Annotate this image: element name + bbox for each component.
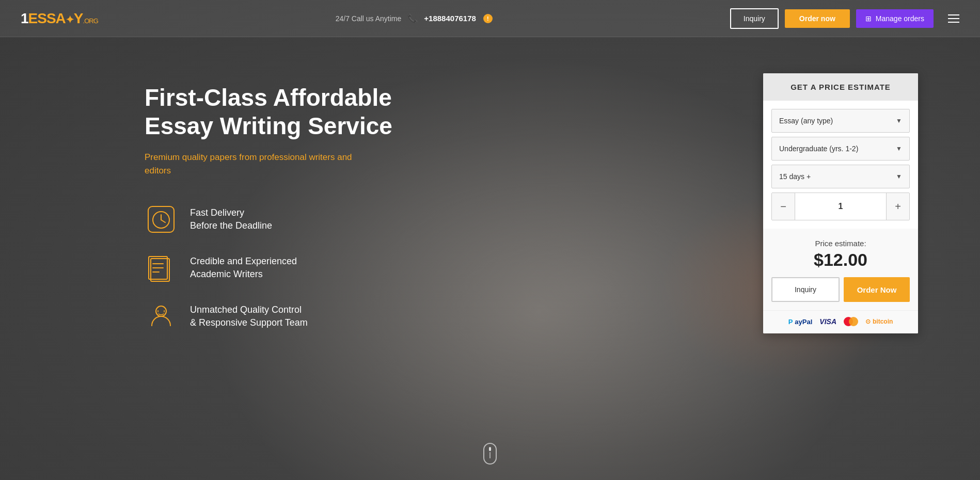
order-now-button[interactable]: Order now xyxy=(785,9,850,28)
price-estimate-label: Price estimate: xyxy=(771,239,910,248)
feature-line1: Credible and Experienced xyxy=(190,255,297,268)
manage-orders-label: Manage orders xyxy=(876,14,924,23)
mastercard-logo xyxy=(844,317,858,326)
payment-logos: PayPal VISA ⊙ bitcoin xyxy=(763,310,918,333)
feature-credible-writers: Credible and Experienced Academic Writer… xyxy=(145,251,742,284)
quantity-increase-button[interactable]: + xyxy=(887,193,909,220)
navbar: 1ESSA✦Y.ORG 24/7 Call us Anytime 📞 +1888… xyxy=(0,0,980,37)
hero-title: First-Class Affordable Essay Writing Ser… xyxy=(145,84,413,140)
price-value: $12.00 xyxy=(771,250,910,270)
bitcoin-logo: ⊙ bitcoin xyxy=(865,318,893,325)
essay-type-select-wrapper[interactable]: Essay (any type) Research Paper Term Pap… xyxy=(771,109,910,133)
manage-orders-button[interactable]: ⊞ Manage orders xyxy=(856,9,934,28)
quantity-decrease-button[interactable]: − xyxy=(772,193,795,220)
manage-orders-icon: ⊞ xyxy=(865,14,872,23)
deadline-select[interactable]: 15 days + 10 days 7 days 5 days 3 days 4… xyxy=(772,165,909,188)
price-result: Price estimate: $12.00 Inquiry Order Now xyxy=(763,229,918,310)
price-actions: Inquiry Order Now xyxy=(771,277,910,302)
hamburger-line-2 xyxy=(948,18,959,19)
feature-quality-control: Unmatched Quality Control & Responsive S… xyxy=(145,300,742,333)
feature-line2: Before the Deadline xyxy=(190,219,272,232)
quantity-value: 1 xyxy=(795,193,887,220)
quantity-row: − 1 + xyxy=(771,193,910,220)
deadline-select-wrapper[interactable]: 15 days + 10 days 7 days 5 days 3 days 4… xyxy=(771,165,910,188)
main-content: First-Class Affordable Essay Writing Ser… xyxy=(0,37,980,480)
feature-fast-delivery-text: Fast Delivery Before the Deadline xyxy=(190,206,272,232)
logo-text: 1ESSA✦Y.ORG xyxy=(21,10,98,27)
feature-credible-writers-text: Credible and Experienced Academic Writer… xyxy=(190,255,297,281)
logo[interactable]: 1ESSA✦Y.ORG xyxy=(21,10,98,27)
feature-quality-control-text: Unmatched Quality Control & Responsive S… xyxy=(190,303,308,329)
inquiry-sm-button[interactable]: Inquiry xyxy=(771,277,840,302)
visa-logo: VISA xyxy=(819,317,836,326)
navbar-actions: Inquiry Order now ⊞ Manage orders xyxy=(730,8,959,29)
academic-level-select[interactable]: High School Undergraduate (yrs. 1-2) Und… xyxy=(772,137,909,160)
mastercard-circle-orange xyxy=(849,317,858,326)
feature-line2: Academic Writers xyxy=(190,268,297,281)
feature-line2: & Responsive Support Team xyxy=(190,316,308,329)
phone-number: +18884076178 xyxy=(424,14,476,23)
hamburger-menu[interactable] xyxy=(948,14,959,23)
academic-level-select-wrapper[interactable]: High School Undergraduate (yrs. 1-2) Und… xyxy=(771,137,910,161)
hamburger-line-3 xyxy=(948,22,959,23)
warning-icon: ! xyxy=(483,14,493,23)
essay-type-select[interactable]: Essay (any type) Research Paper Term Pap… xyxy=(772,109,909,132)
person-icon xyxy=(145,300,178,333)
price-panel: GET A PRICE ESTIMATE Essay (any type) Re… xyxy=(763,73,918,333)
hero-text: First-Class Affordable Essay Writing Ser… xyxy=(145,68,742,459)
feature-fast-delivery: Fast Delivery Before the Deadline xyxy=(145,203,742,236)
feature-line1: Unmatched Quality Control xyxy=(190,303,308,316)
order-now-sm-button[interactable]: Order Now xyxy=(844,277,910,302)
navbar-center: 24/7 Call us Anytime 📞 +18884076178 ! xyxy=(98,13,730,23)
feature-line1: Fast Delivery xyxy=(190,206,272,219)
svg-line-3 xyxy=(161,220,165,222)
hero-subtitle: Premium quality papers from professional… xyxy=(145,151,361,177)
document-icon xyxy=(145,251,178,284)
call-label: 24/7 Call us Anytime xyxy=(336,14,402,23)
phone-icon: 📞 xyxy=(407,13,418,23)
paypal-logo: PayPal xyxy=(788,318,813,326)
panel-body: Essay (any type) Research Paper Term Pap… xyxy=(763,101,918,229)
svg-rect-4 xyxy=(151,259,169,281)
features-list: Fast Delivery Before the Deadline C xyxy=(145,203,742,333)
panel-header: GET A PRICE ESTIMATE xyxy=(763,73,918,101)
clock-icon xyxy=(145,203,178,236)
hamburger-line-1 xyxy=(948,14,959,15)
inquiry-button[interactable]: Inquiry xyxy=(730,8,779,29)
